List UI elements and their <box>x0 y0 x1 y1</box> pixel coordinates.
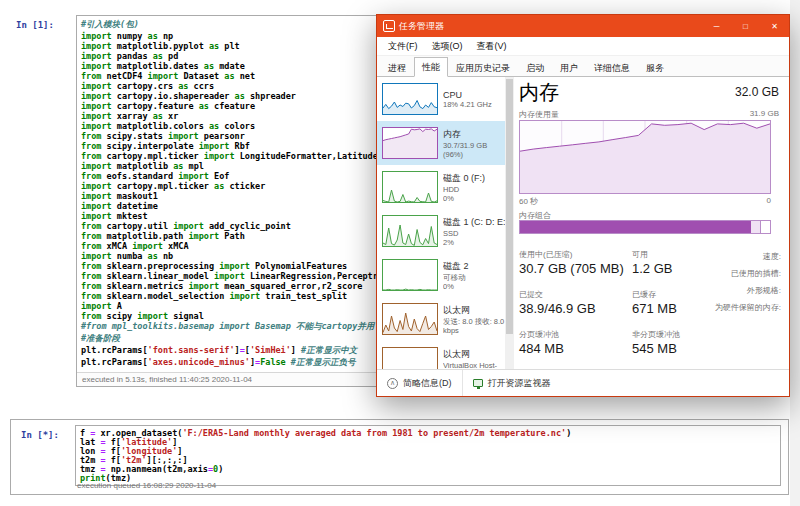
sidebar-item-name: 以太网 <box>443 348 505 361</box>
resource-monitor-icon <box>473 379 483 387</box>
timeline-end-label: 0 <box>767 196 771 207</box>
perf-sidebar-item-disk1[interactable]: 磁盘 1 (C: D: E:) SSD 2% <box>377 209 505 253</box>
stat-committed: 已提交 38.9/46.9 GB <box>519 289 596 316</box>
stat-available: 可用 1.2 GB <box>632 249 672 276</box>
stat-in-use: 使用中(已压缩) 30.7 GB (705 MB) <box>519 249 624 276</box>
sidebar-item-detail: SSD 2% <box>443 229 505 247</box>
menu-file[interactable]: 文件(F) <box>381 38 425 55</box>
memory-usage-max: 31.9 GB <box>750 109 779 120</box>
meta-slots-label: 已使用的插槽: <box>731 268 781 279</box>
memory-usage-label: 内存使用量 <box>519 109 559 120</box>
minimize-button[interactable]: ─ <box>702 15 731 37</box>
cell2-prompt: In [*]: <box>21 430 59 440</box>
sidebar-item-detail: HDD 0% <box>443 185 485 203</box>
sidebar-item-name: 磁盘 1 (C: D: E:) <box>443 216 505 229</box>
tab-performance[interactable]: 性能 <box>414 57 448 77</box>
sidebar-item-detail: 可移动 0% <box>443 273 469 291</box>
sidebar-item-name: 内存 <box>443 128 505 141</box>
stat-nonpaged-pool: 非分页缓冲池 545 MB <box>632 329 680 356</box>
perf-sidebar: CPU 18% 4.21 GHz 内存 30.7/31.9 GB (96%) 磁… <box>377 77 505 369</box>
perf-sidebar-item-ethernet1[interactable]: 以太网 发送: 8.0 接收: 8.0 kbps <box>377 297 505 341</box>
tab-details[interactable]: 详细信息 <box>586 58 638 77</box>
cell2-exec-status: execution queued 16:08:29 2020-11-04 <box>77 481 216 490</box>
meta-speed-label: 速度: <box>763 251 781 262</box>
code-line: tmz = np.nanmean(t2m,axis=0) <box>80 465 776 474</box>
disk1-mini-chart <box>382 215 438 247</box>
chevron-up-icon: ∧ <box>387 378 398 389</box>
cell2-codewrap: f = xr.open_dataset('F:/ERA5-Land monthl… <box>75 425 781 486</box>
tab-startup[interactable]: 启动 <box>518 58 552 77</box>
performance-pane: CPU 18% 4.21 GHz 内存 30.7/31.9 GB (96%) 磁… <box>377 77 789 369</box>
sidebar-item-detail: 30.7/31.9 GB (96%) <box>443 141 505 159</box>
ethernet1-mini-chart <box>382 303 438 335</box>
composition-modified-segment <box>750 221 760 233</box>
code-line: f = xr.open_dataset('F:/ERA5-Land monthl… <box>80 429 776 438</box>
perf-sidebar-item-cpu[interactable]: CPU 18% 4.21 GHz <box>377 77 505 121</box>
meta-form-factor-label: 外形规格: <box>747 285 781 296</box>
sidebar-item-detail: 18% 4.21 GHz <box>443 100 492 109</box>
tab-users[interactable]: 用户 <box>552 58 586 77</box>
notebook-cell-2[interactable]: In [*]: f = xr.open_dataset('F:/ERA5-Lan… <box>10 419 789 495</box>
sidebar-item-detail: VirtualBox Host-On... <box>443 361 505 370</box>
open-resource-monitor-link[interactable]: 打开资源监视器 <box>462 370 561 396</box>
sidebar-item-name: 磁盘 0 (F:) <box>443 172 485 185</box>
sidebar-item-name: 磁盘 2 <box>443 260 469 273</box>
memory-detail-panel: 内存 32.0 GB 内存使用量 31.9 GB 60 秒 0 内存组合 <box>519 79 781 369</box>
tabbar: 进程 性能 应用历史记录 启动 用户 详细信息 服务 <box>377 56 789 77</box>
stat-cached: 已缓存 671 MB <box>632 289 677 316</box>
stat-paged-pool: 分页缓冲池 484 MB <box>519 329 564 356</box>
memory-total: 32.0 GB <box>735 85 779 99</box>
code-editor[interactable]: f = xr.open_dataset('F:/ERA5-Land monthl… <box>76 426 780 485</box>
fewer-details-button[interactable]: ∧ 简略信息(D) <box>377 370 462 396</box>
cell1-prompt: In [1]: <box>16 20 54 30</box>
sidebar-item-detail: 发送: 8.0 接收: 8.0 kbps <box>443 317 505 335</box>
perf-sidebar-item-memory[interactable]: 内存 30.7/31.9 GB (96%) <box>377 121 505 165</box>
taskmanager-icon <box>383 20 395 32</box>
ethernet2-mini-chart <box>382 347 438 369</box>
maximize-button[interactable]: □ <box>731 15 760 37</box>
sidebar-scrollbar[interactable] <box>505 77 514 369</box>
perf-sidebar-item-ethernet2[interactable]: 以太网 VirtualBox Host-On... <box>377 341 505 369</box>
tab-app-history[interactable]: 应用历史记录 <box>448 58 518 77</box>
perf-sidebar-item-disk0[interactable]: 磁盘 0 (F:) HDD 0% <box>377 165 505 209</box>
disk2-mini-chart <box>382 259 438 291</box>
menu-options[interactable]: 选项(O) <box>425 38 470 55</box>
window-title: 任务管理器 <box>399 20 444 33</box>
memory-mini-chart <box>382 127 438 159</box>
menubar: 文件(F) 选项(O) 查看(V) <box>377 37 789 56</box>
sidebar-scrollbar-thumb[interactable] <box>506 79 513 334</box>
taskmanager-footer: ∧ 简略信息(D) 打开资源监视器 <box>377 369 789 396</box>
sidebar-item-name: 以太网 <box>443 304 505 317</box>
screen: In [1]: #引入模块(包)import numpy as npimport… <box>0 0 800 506</box>
perf-sidebar-item-disk2[interactable]: 磁盘 2 可移动 0% <box>377 253 505 297</box>
notebook-scroll-gutter[interactable] <box>790 0 800 506</box>
titlebar[interactable]: 任务管理器 ─ □ ✕ <box>377 15 789 37</box>
memory-usage-chart <box>519 120 771 194</box>
close-button[interactable]: ✕ <box>760 15 789 37</box>
tab-services[interactable]: 服务 <box>638 58 672 77</box>
tab-processes[interactable]: 进程 <box>380 58 414 77</box>
composition-free-segment <box>760 221 770 233</box>
timeline-label: 60 秒 <box>519 196 538 207</box>
sidebar-item-name: CPU <box>443 90 492 100</box>
memory-composition-bar <box>519 220 771 234</box>
composition-in-use-segment <box>520 221 750 233</box>
task-manager-window: 任务管理器 ─ □ ✕ 文件(F) 选项(O) 查看(V) 进程 性能 应用历史… <box>376 14 790 397</box>
meta-hw-reserved-label: 为硬件保留的内存: <box>715 302 781 313</box>
menu-view[interactable]: 查看(V) <box>470 38 514 55</box>
code-line: lat = f['latitude'] <box>80 438 776 447</box>
disk0-mini-chart <box>382 171 438 203</box>
cpu-mini-chart <box>382 83 438 115</box>
